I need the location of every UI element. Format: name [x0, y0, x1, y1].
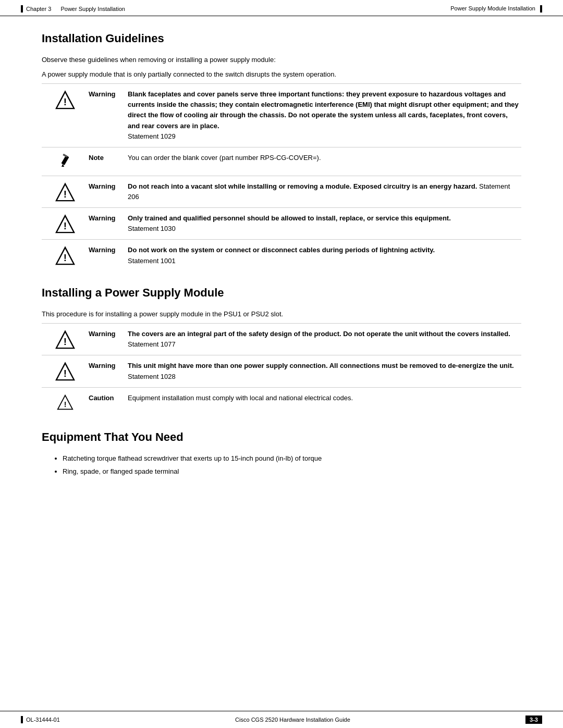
warning6-bold-text: This unit might have more than one power…	[128, 362, 514, 369]
warning4-statement: Statement 1001	[128, 257, 176, 265]
header-right-title: Power Supply Module Installation	[450, 5, 535, 11]
header-right: Power Supply Module Installation	[450, 5, 542, 13]
warning2-label: Warning	[89, 181, 128, 190]
notice-row-warning5: ! Warning The covers are an integral par…	[42, 323, 521, 355]
note-icon	[57, 154, 74, 170]
notice-row-warning4: ! Warning Do not work on the system or c…	[42, 239, 521, 271]
footer-page-number: 3-3	[525, 715, 542, 724]
warning4-label: Warning	[89, 245, 128, 254]
section1-title: Installation Guidelines	[42, 32, 521, 45]
note-icon-col	[42, 153, 89, 170]
warning6-icon-col: !	[42, 361, 89, 381]
caution-icon-col: !	[42, 393, 89, 411]
warning2-icon-col: !	[42, 181, 89, 202]
note-label: Note	[89, 153, 128, 162]
warning3-content: Only trained and qualified personnel sho…	[128, 213, 521, 234]
equipment-item-1: Ratcheting torque flathead screwdriver t…	[63, 453, 521, 464]
warning-icon-6: !	[55, 362, 75, 381]
warning1-content: Blank faceplates and cover panels serve …	[128, 89, 521, 142]
header-right-bar	[540, 5, 542, 13]
warning-icon-1: !	[55, 90, 75, 110]
warning3-label: Warning	[89, 213, 128, 222]
warning1-bold-text: Blank faceplates and cover panels serve …	[128, 90, 519, 129]
svg-text:!: !	[64, 400, 67, 409]
equipment-list: Ratcheting torque flathead screwdriver t…	[42, 453, 521, 477]
caution-icon: !	[57, 394, 74, 411]
warning5-content: The covers are an integral part of the s…	[128, 329, 521, 350]
warning-icon-2: !	[55, 182, 75, 202]
svg-text:!: !	[64, 337, 67, 348]
warning4-icon-col: !	[42, 245, 89, 266]
warning2-bold-text: Do not reach into a vacant slot while in…	[128, 182, 477, 190]
caution-content: Equipment installation must comply with …	[128, 393, 521, 403]
main-content: Installation Guidelines Observe these gu…	[0, 16, 563, 511]
svg-text:!: !	[64, 368, 67, 379]
header-bar-icon	[21, 5, 23, 13]
section2-intro: This procedure is for installing a power…	[42, 309, 521, 319]
note-content: You can order the blank cover (part numb…	[128, 153, 521, 163]
warning1-icon-col: !	[42, 89, 89, 110]
notice-row-warning3: ! Warning Only trained and qualified per…	[42, 207, 521, 239]
svg-text:!: !	[64, 221, 67, 232]
warning5-label: Warning	[89, 329, 128, 338]
warning-icon-4: !	[55, 246, 75, 266]
section1-intro1: Observe these guidelines when removing o…	[42, 55, 521, 65]
warning4-bold-text: Do not work on the system or connect or …	[128, 246, 435, 254]
warning2-content: Do not reach into a vacant slot while in…	[128, 181, 521, 202]
page-footer: OL-31444-01 Cisco CGS 2520 Hardware Inst…	[0, 711, 563, 728]
header-left: Chapter 3 Power Supply Installation	[21, 5, 125, 13]
equipment-item-2: Ring, spade, or flanged spade terminal	[63, 466, 521, 477]
warning3-statement: Statement 1030	[128, 225, 176, 232]
warning5-statement: Statement 1077	[128, 340, 176, 348]
warning6-content: This unit might have more than one power…	[128, 361, 521, 381]
svg-text:!: !	[64, 97, 67, 108]
warning1-label: Warning	[89, 89, 128, 98]
footer-left: OL-31444-01	[21, 716, 60, 723]
warning5-bold-text: The covers are an integral part of the s…	[128, 330, 510, 338]
section1-intro2: A power supply module that is only parti…	[42, 69, 521, 80]
header-chapter: Chapter 3	[26, 6, 51, 12]
svg-rect-2	[61, 155, 69, 165]
caution-label: Caution	[89, 393, 128, 402]
warning6-label: Warning	[89, 361, 128, 369]
notice-row-warning6: ! Warning This unit might have more than…	[42, 355, 521, 387]
footer-bar-icon	[21, 716, 23, 723]
warning3-icon-col: !	[42, 213, 89, 234]
warning5-icon-col: !	[42, 329, 89, 350]
warning1-statement: Statement 1029	[128, 132, 176, 140]
caution-text: Equipment installation must comply with …	[128, 394, 353, 402]
section2-title: Installing a Power Supply Module	[42, 286, 521, 300]
note-text: You can order the blank cover (part numb…	[128, 154, 321, 162]
notice-row-warning1: ! Warning Blank faceplates and cover pan…	[42, 83, 521, 147]
footer-guide-title: Cisco CGS 2520 Hardware Installation Gui…	[235, 717, 350, 723]
notice-row-warning2: ! Warning Do not reach into a vacant slo…	[42, 176, 521, 207]
notice-row-note: Note You can order the blank cover (part…	[42, 147, 521, 176]
footer-doc-number: OL-31444-01	[26, 717, 60, 723]
svg-text:!: !	[64, 189, 67, 200]
warning3-bold-text: Only trained and qualified personnel sho…	[128, 214, 451, 222]
header-chapter-title: Power Supply Installation	[60, 6, 125, 12]
warning-icon-5: !	[55, 330, 75, 350]
warning4-content: Do not work on the system or connect or …	[128, 245, 521, 266]
section3-title: Equipment That You Need	[42, 430, 521, 444]
warning6-statement: Statement 1028	[128, 373, 176, 380]
page-header: Chapter 3 Power Supply Installation Powe…	[0, 0, 563, 16]
warning-icon-3: !	[55, 214, 75, 234]
notice-row-caution: ! Caution Equipment installation must co…	[42, 387, 521, 416]
svg-text:!: !	[64, 253, 67, 264]
